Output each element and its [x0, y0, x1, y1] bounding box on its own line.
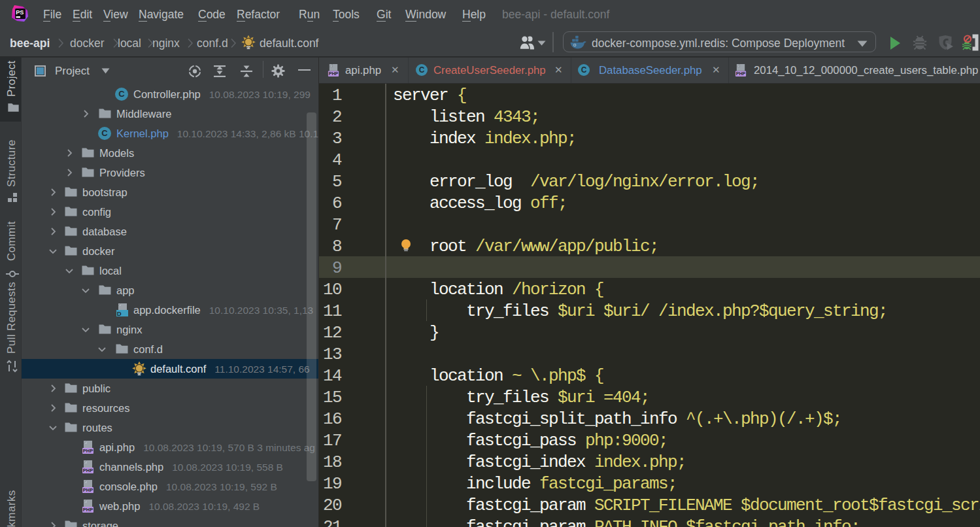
- svg-text:PHP: PHP: [83, 468, 93, 473]
- svg-text:PS: PS: [16, 9, 24, 16]
- svg-text:PHP: PHP: [83, 448, 93, 454]
- svg-text:PHP: PHP: [83, 487, 93, 493]
- svg-text:PHP: PHP: [329, 71, 339, 76]
- svg-text:PHP: PHP: [736, 71, 746, 76]
- svg-text:D: D: [117, 310, 122, 317]
- svg-text:PHP: PHP: [83, 507, 93, 513]
